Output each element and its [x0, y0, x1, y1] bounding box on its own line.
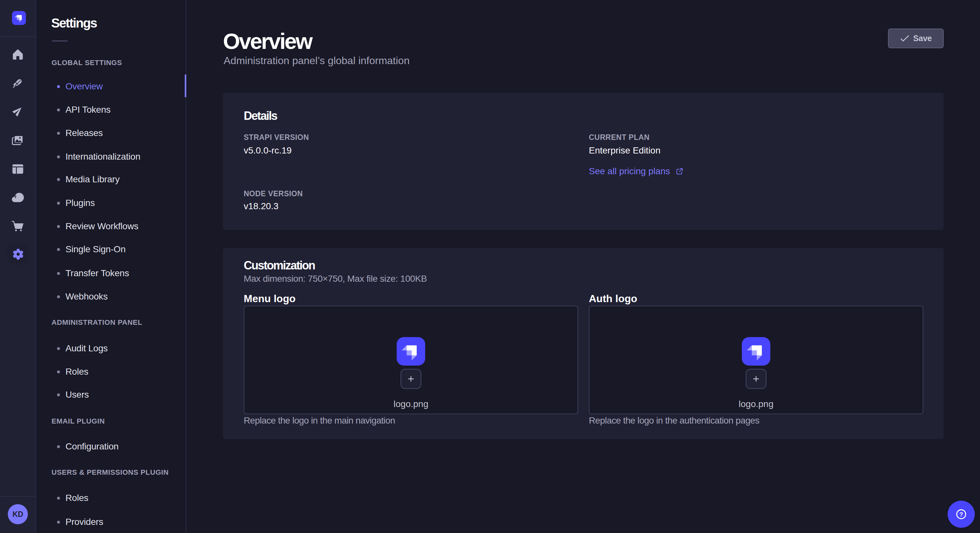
svg-text:?: ? [959, 511, 963, 518]
